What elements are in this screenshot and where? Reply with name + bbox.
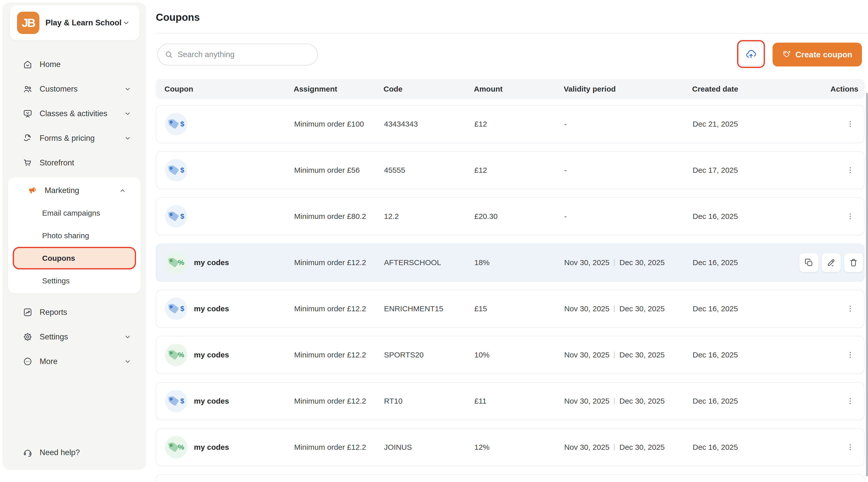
sidebar-item-storefront[interactable]: Storefront: [8, 152, 141, 174]
coupon-type-badge: %: [165, 344, 187, 366]
sidebar-item-settings[interactable]: Settings: [8, 326, 141, 348]
table-row[interactable]: $my codesMinimum order £12.2RT10£11Nov 3…: [156, 382, 864, 420]
sidebar-subitem-photo-sharing[interactable]: Photo sharing: [13, 224, 136, 247]
validity-end: Dec 30, 2025: [619, 304, 664, 313]
actions-cell: [799, 117, 858, 131]
assignment-cell: Minimum order £56: [294, 166, 384, 174]
validity-start: Nov 30, 2025: [564, 443, 609, 452]
duplicate-button[interactable]: [799, 253, 818, 272]
validity-cell: -: [564, 212, 693, 221]
amount-cell: 18%: [474, 258, 564, 267]
validity-start: Nov 30, 2025: [564, 351, 609, 359]
need-help-label: Need help?: [40, 448, 80, 457]
table-row[interactable]: $Minimum order £80.212.2£20.30-Dec 16, 2…: [156, 197, 864, 235]
table-row[interactable]: %my codesMinimum order £12.2SPORTS2010%N…: [156, 336, 864, 374]
sidebar-subitem-coupons[interactable]: Coupons: [13, 247, 136, 269]
chevron-down-icon: [124, 358, 131, 365]
actions-cell: [799, 163, 858, 177]
assignment-cell: Minimum order £12.2: [294, 304, 384, 313]
coupon-cell: $my codes: [165, 390, 294, 412]
code-cell: SPORTS20: [384, 351, 474, 359]
validity-cell: Nov 30, 2025Dec 30, 2025: [564, 397, 693, 406]
row-actions-menu-button[interactable]: [843, 440, 857, 454]
search-icon: [164, 50, 173, 59]
code-cell: AFTERSCHOOL: [384, 258, 474, 267]
coupon-symbol: %: [178, 258, 184, 267]
chevron-down-icon: [124, 134, 131, 142]
table-row[interactable]: %my codesMinimum order £12.2AFTERSCHOOL1…: [156, 244, 864, 282]
created-date-cell: Dec 16, 2025: [693, 397, 799, 406]
sidebar-item-forms-pricing[interactable]: Forms & pricing: [8, 127, 141, 150]
money-tag-icon: [168, 210, 180, 223]
created-date-cell: Dec 16, 2025: [693, 443, 799, 452]
chevron-down-icon: [124, 333, 131, 341]
sidebar-item-more[interactable]: More: [8, 350, 141, 373]
chevron-down-icon: [124, 85, 131, 93]
coupon-type-badge: $: [165, 390, 187, 412]
table-row-partial: [156, 474, 864, 482]
sidebar-subitem-label: Coupons: [42, 254, 75, 263]
sidebar-subitem-label: Photo sharing: [42, 231, 89, 240]
school-selector[interactable]: JB Play & Learn School: [10, 5, 140, 40]
validity-end: Dec 30, 2025: [619, 351, 664, 359]
chevron-down-icon: [124, 333, 131, 341]
need-help-button[interactable]: Need help?: [8, 441, 141, 464]
sidebar-item-reports[interactable]: Reports: [8, 301, 141, 323]
coupon-cell: $: [165, 205, 294, 228]
title-divider: [156, 33, 868, 33]
table-row[interactable]: $Minimum order £10043434343£12-Dec 21, 2…: [156, 105, 864, 143]
code-cell: ENRICHMENT15: [384, 304, 474, 313]
sidebar-item-classes-activities[interactable]: Classes & activities: [8, 102, 141, 125]
kebab-icon: [846, 443, 855, 452]
sidebar-subitem-label: Settings: [42, 277, 69, 285]
tag-plus-icon: [782, 50, 792, 59]
validity-cell: Nov 30, 2025Dec 30, 2025: [564, 443, 693, 452]
storefront-icon: [23, 158, 32, 168]
validity-end: Dec 30, 2025: [619, 443, 664, 452]
create-coupon-button[interactable]: Create coupon: [773, 43, 862, 66]
code-cell: RT10: [384, 397, 474, 406]
row-actions-menu-button[interactable]: [843, 163, 857, 177]
sidebar-item-home[interactable]: Home: [8, 53, 141, 75]
chevron-down-icon: [124, 110, 131, 118]
coupon-cell: %my codes: [165, 436, 294, 458]
vertical-scrollbar[interactable]: [866, 93, 868, 476]
assignment-cell: Minimum order £12.2: [294, 443, 384, 452]
coupon-type-badge: $: [165, 297, 187, 320]
table-row[interactable]: %my codesMinimum order £12.2JOINUS12%Nov…: [156, 428, 864, 466]
reports-icon: [23, 308, 32, 317]
edit-button[interactable]: [822, 253, 841, 272]
row-actions-menu-button[interactable]: [843, 348, 857, 362]
coupon-symbol: $: [180, 305, 184, 313]
column-header-coupon: Coupon: [164, 85, 293, 93]
sidebar-item-label: Storefront: [40, 158, 74, 167]
delete-button[interactable]: [844, 253, 863, 272]
import-coupons-button[interactable]: [739, 42, 763, 66]
sidebar-item-customers[interactable]: Customers: [8, 78, 141, 100]
row-actions-menu-button[interactable]: [843, 117, 857, 131]
megaphone-icon: [28, 186, 37, 195]
sidebar-item-label: More: [40, 357, 58, 366]
created-date-cell: Dec 16, 2025: [693, 351, 799, 359]
table-row[interactable]: $Minimum order £5645555£12-Dec 17, 2025: [156, 151, 864, 189]
sidebar-subitem-email-campaigns[interactable]: Email campaigns: [13, 202, 136, 224]
chevron-down-icon: [124, 358, 131, 365]
row-actions-menu-button[interactable]: [843, 394, 857, 408]
coupons-table: CouponAssignmentCodeAmountValidity perio…: [156, 79, 864, 482]
school-name: Play & Learn School: [45, 18, 122, 27]
assignment-cell: Minimum order £12.2: [294, 351, 384, 359]
coupon-cell: $: [165, 113, 294, 135]
kebab-icon: [846, 212, 855, 221]
gear-icon: [23, 332, 32, 342]
sidebar-item-marketing[interactable]: Marketing: [13, 179, 136, 202]
row-actions-menu-button[interactable]: [843, 209, 857, 224]
search-input[interactable]: [178, 50, 311, 59]
column-header-code: Code: [383, 85, 474, 93]
validity-cell: -: [564, 120, 693, 128]
search-box: [157, 44, 318, 65]
sidebar-subitem-settings[interactable]: Settings: [13, 269, 136, 292]
row-actions-menu-button[interactable]: [843, 302, 857, 316]
table-row[interactable]: $my codesMinimum order £12.2ENRICHMENT15…: [156, 290, 864, 328]
cloud-upload-icon: [745, 48, 757, 60]
created-date-cell: Dec 17, 2025: [693, 166, 799, 174]
